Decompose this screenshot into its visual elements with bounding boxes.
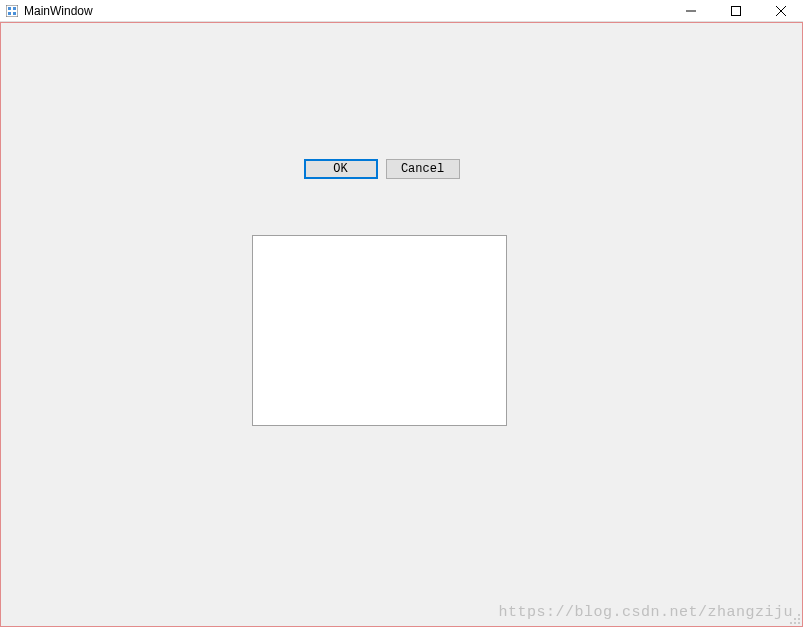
content-panel (252, 235, 507, 426)
svg-point-11 (798, 618, 800, 620)
svg-rect-6 (731, 6, 740, 15)
close-button[interactable] (758, 0, 803, 21)
watermark-text: https://blog.csdn.net/zhangziju (498, 604, 793, 621)
cancel-button[interactable]: Cancel (386, 159, 460, 179)
svg-rect-3 (8, 12, 11, 15)
svg-point-12 (790, 622, 792, 624)
client-area: OK Cancel (0, 22, 803, 627)
svg-point-9 (798, 614, 800, 616)
window-title: MainWindow (24, 4, 668, 18)
main-window: MainWindow OK Cancel (0, 0, 803, 627)
svg-rect-4 (13, 12, 16, 15)
svg-rect-1 (8, 7, 11, 10)
window-controls (668, 0, 803, 21)
svg-rect-2 (13, 7, 16, 10)
minimize-button[interactable] (668, 0, 713, 21)
button-row: OK Cancel (304, 159, 460, 179)
titlebar: MainWindow (0, 0, 803, 22)
svg-rect-0 (6, 5, 18, 17)
maximize-button[interactable] (713, 0, 758, 21)
svg-point-10 (794, 618, 796, 620)
svg-point-14 (798, 622, 800, 624)
ok-button[interactable]: OK (304, 159, 378, 179)
svg-point-13 (794, 622, 796, 624)
app-icon (6, 5, 18, 17)
